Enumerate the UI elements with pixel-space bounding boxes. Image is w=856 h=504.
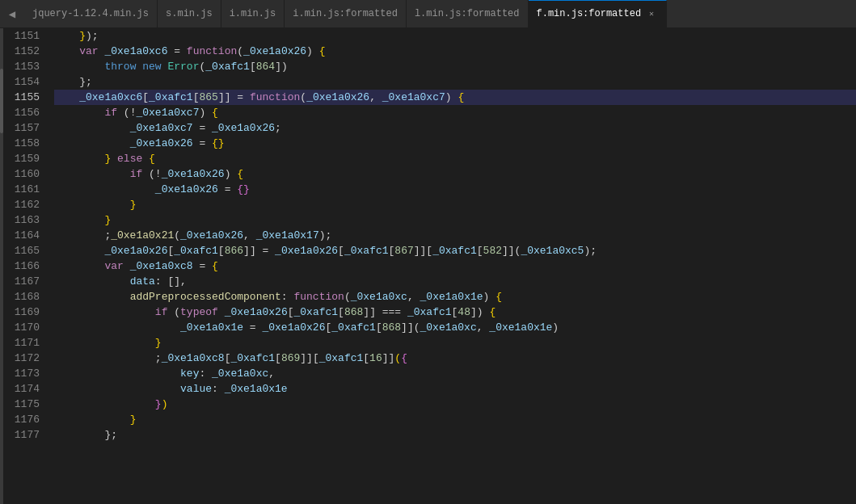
code-line: } [54,335,856,351]
line-num-1162: 1162 [3,197,40,212]
code-line: if (typeof _0xe1a0x26[_0xafc1[868]] === … [54,304,856,320]
line-num-1156: 1156 [3,105,40,120]
line-num-1167: 1167 [3,274,40,289]
back-button[interactable]: ◀ [0,0,24,28]
line-num-1170: 1170 [3,320,40,335]
code-line: key: _0xe1a0xc, [54,366,856,381]
line-num-1176: 1176 [3,412,40,427]
tab-label: f.min.js:formatted [537,8,642,19]
tab-i-formatted[interactable]: i.min.js:formatted [285,0,407,28]
code-line: value: _0xe1a0x1e [54,381,856,397]
code-line: data: [], [54,274,856,289]
line-num-1172: 1172 [3,351,40,366]
tab-label: i.min.js [230,8,276,19]
code-line: throw new Error(_0xafc1[864]) [54,59,856,74]
tab-i[interactable]: i.min.js [221,0,285,28]
tab-label: i.min.js:formatted [293,8,398,19]
line-num-1165: 1165 [3,243,40,258]
code-line: _0xe1a0x26[_0xafc1[866]] = _0xe1a0x26[_0… [54,243,856,258]
code-line: }) [54,397,856,412]
code-line: ;_0xe1a0x21(_0xe1a0x26, _0xe1a0x17); [54,228,856,243]
code-line: addPreprocessedComponent: function(_0xe1… [54,289,856,304]
line-num-1173: 1173 [3,366,40,381]
code-line: var _0xe1a0xc6 = function(_0xe1a0x26) { [54,44,856,59]
line-num-1159: 1159 [3,151,40,166]
tab-l-formatted[interactable]: l.min.js:formatted [407,0,529,28]
code-line: } [54,412,856,427]
code-line: }); [54,28,856,44]
line-num-1175: 1175 [3,397,40,412]
tab-label: jquery-1.12.4.min.js [32,8,149,19]
tab-jquery[interactable]: jquery-1.12.4.min.js [24,0,158,28]
line-num-1171: 1171 [3,335,40,351]
line-num-1164: 1164 [3,228,40,243]
line-num-1152: 1152 [3,44,40,59]
code-line: }; [54,427,856,443]
line-num-1158: 1158 [3,136,40,151]
code-line: if (!_0xe1a0x26) { [54,166,856,182]
code-line: _0xe1a0x26 = {} [54,136,856,151]
line-numbers: 1151 1152 1153 1154 1155 1156 1157 1158 … [3,28,48,504]
line-num-1151: 1151 [3,28,40,44]
tab-f-formatted[interactable]: f.min.js:formatted ✕ [529,0,668,28]
tab-bar: ◀ jquery-1.12.4.min.js s.min.js i.min.js… [0,0,856,28]
tab-s[interactable]: s.min.js [158,0,221,28]
code-line: _0xe1a0x26 = {} [54,182,856,197]
code-line: _0xe1a0x1e = _0xe1a0x26[_0xafc1[868]](_0… [54,320,856,335]
line-num-1169: 1169 [3,304,40,320]
line-num-1153: 1153 [3,59,40,74]
tab-label: s.min.js [166,8,213,19]
code-line: } else { [54,151,856,166]
line-num-1166: 1166 [3,258,40,274]
line-num-1177: 1177 [3,427,40,443]
tab-label: l.min.js:formatted [415,8,520,19]
code-area: }); var _0xe1a0xc6 = function(_0xe1a0x26… [48,28,856,504]
line-num-1174: 1174 [3,381,40,397]
line-num-1157: 1157 [3,120,40,136]
line-num-1155: 1155 [3,90,40,105]
line-num-1160: 1160 [3,166,40,182]
code-line: ;_0xe1a0xc8[_0xafc1[869]][_0xafc1[16]]({ [54,351,856,366]
line-num-1154: 1154 [3,74,40,90]
code-line: _0xe1a0xc6[_0xafc1[865]] = function(_0xe… [54,90,856,105]
editor-container: 1151 1152 1153 1154 1155 1156 1157 1158 … [0,28,856,504]
code-line: } [54,212,856,228]
code-line: _0xe1a0xc7 = _0xe1a0x26; [54,120,856,136]
code-line: } [54,197,856,212]
line-num-1168: 1168 [3,289,40,304]
code-line: if (!_0xe1a0xc7) { [54,105,856,120]
line-num-1161: 1161 [3,182,40,197]
line-num-1163: 1163 [3,212,40,228]
close-icon[interactable]: ✕ [645,7,658,20]
code-line: var _0xe1a0xc8 = { [54,258,856,274]
code-line: }; [54,74,856,90]
